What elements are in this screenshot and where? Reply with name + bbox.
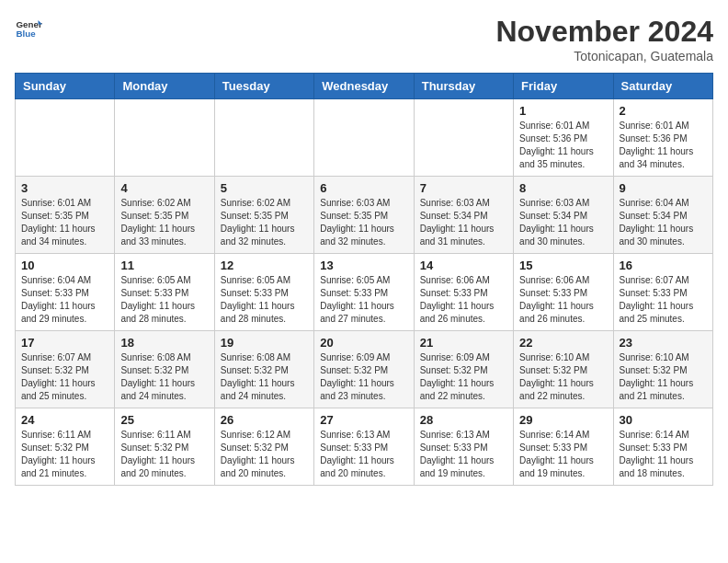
weekday-header-saturday: Saturday [613, 74, 712, 99]
calendar-cell: 24Sunrise: 6:11 AMSunset: 5:32 PMDayligh… [16, 408, 115, 486]
weekday-header-sunday: Sunday [16, 74, 115, 99]
calendar-cell: 22Sunrise: 6:10 AMSunset: 5:32 PMDayligh… [514, 331, 613, 408]
title-block: November 2024 Totonicapan, Guatemala [495, 15, 713, 63]
calendar-cell: 20Sunrise: 6:09 AMSunset: 5:32 PMDayligh… [314, 331, 414, 408]
day-number: 25 [120, 413, 208, 427]
day-number: 16 [620, 259, 707, 272]
day-info: Sunrise: 6:13 AMSunset: 5:33 PMDaylight:… [320, 429, 407, 480]
day-info: Sunrise: 6:13 AMSunset: 5:33 PMDaylight:… [420, 429, 507, 480]
logo: General Blue [15, 15, 42, 42]
calendar-cell: 21Sunrise: 6:09 AMSunset: 5:32 PMDayligh… [414, 331, 513, 408]
calendar: SundayMondayTuesdayWednesdayThursdayFrid… [15, 73, 713, 486]
day-info: Sunrise: 6:06 AMSunset: 5:33 PMDaylight:… [519, 274, 607, 326]
calendar-cell [115, 99, 214, 177]
day-number: 29 [519, 413, 607, 427]
logo-icon: General Blue [15, 15, 42, 42]
day-number: 1 [519, 104, 607, 118]
calendar-cell: 13Sunrise: 6:05 AMSunset: 5:33 PMDayligh… [314, 254, 414, 331]
calendar-cell [314, 99, 414, 177]
week-row-3: 10Sunrise: 6:04 AMSunset: 5:33 PMDayligh… [16, 254, 713, 331]
day-number: 21 [420, 336, 507, 350]
day-number: 7 [420, 181, 507, 195]
day-info: Sunrise: 6:05 AMSunset: 5:33 PMDaylight:… [221, 274, 308, 326]
calendar-cell: 8Sunrise: 6:03 AMSunset: 5:34 PMDaylight… [514, 177, 613, 254]
calendar-cell: 9Sunrise: 6:04 AMSunset: 5:34 PMDaylight… [613, 177, 712, 254]
calendar-cell: 23Sunrise: 6:10 AMSunset: 5:32 PMDayligh… [613, 331, 712, 408]
weekday-header-wednesday: Wednesday [314, 74, 414, 99]
calendar-cell [16, 99, 115, 177]
day-info: Sunrise: 6:14 AMSunset: 5:33 PMDaylight:… [519, 429, 607, 480]
day-info: Sunrise: 6:10 AMSunset: 5:32 PMDaylight:… [519, 351, 607, 403]
calendar-cell: 26Sunrise: 6:12 AMSunset: 5:32 PMDayligh… [214, 408, 313, 486]
day-info: Sunrise: 6:01 AMSunset: 5:35 PMDaylight:… [21, 197, 108, 248]
day-info: Sunrise: 6:11 AMSunset: 5:32 PMDaylight:… [21, 429, 108, 480]
day-info: Sunrise: 6:09 AMSunset: 5:32 PMDaylight:… [320, 351, 407, 403]
day-number: 26 [221, 413, 308, 427]
day-number: 3 [21, 181, 108, 195]
page-header: General Blue November 2024 Totonicapan, … [15, 15, 713, 63]
calendar-cell: 1Sunrise: 6:01 AMSunset: 5:36 PMDaylight… [514, 99, 613, 177]
day-info: Sunrise: 6:14 AMSunset: 5:33 PMDaylight:… [620, 429, 707, 480]
day-number: 10 [21, 259, 108, 272]
calendar-cell [214, 99, 313, 177]
calendar-cell: 6Sunrise: 6:03 AMSunset: 5:35 PMDaylight… [314, 177, 414, 254]
day-number: 28 [420, 413, 507, 427]
day-info: Sunrise: 6:03 AMSunset: 5:34 PMDaylight:… [420, 197, 507, 248]
day-number: 8 [519, 181, 607, 195]
day-number: 11 [120, 259, 208, 272]
week-row-2: 3Sunrise: 6:01 AMSunset: 5:35 PMDaylight… [16, 177, 713, 254]
day-number: 4 [120, 181, 208, 195]
day-number: 23 [620, 336, 707, 350]
calendar-cell: 29Sunrise: 6:14 AMSunset: 5:33 PMDayligh… [514, 408, 613, 486]
day-number: 2 [620, 104, 707, 118]
day-number: 18 [120, 336, 208, 350]
calendar-cell: 14Sunrise: 6:06 AMSunset: 5:33 PMDayligh… [414, 254, 513, 331]
weekday-header-thursday: Thursday [414, 74, 513, 99]
day-number: 22 [519, 336, 607, 350]
calendar-cell: 5Sunrise: 6:02 AMSunset: 5:35 PMDaylight… [214, 177, 313, 254]
day-info: Sunrise: 6:02 AMSunset: 5:35 PMDaylight:… [120, 197, 208, 248]
day-number: 14 [420, 259, 507, 272]
day-number: 5 [221, 181, 308, 195]
weekday-header-monday: Monday [115, 74, 214, 99]
day-number: 19 [221, 336, 308, 350]
day-info: Sunrise: 6:03 AMSunset: 5:35 PMDaylight:… [320, 197, 407, 248]
calendar-cell: 4Sunrise: 6:02 AMSunset: 5:35 PMDaylight… [115, 177, 214, 254]
calendar-cell: 15Sunrise: 6:06 AMSunset: 5:33 PMDayligh… [514, 254, 613, 331]
day-info: Sunrise: 6:01 AMSunset: 5:36 PMDaylight:… [620, 120, 707, 171]
calendar-cell: 30Sunrise: 6:14 AMSunset: 5:33 PMDayligh… [613, 408, 712, 486]
calendar-cell: 17Sunrise: 6:07 AMSunset: 5:32 PMDayligh… [16, 331, 115, 408]
week-row-1: 1Sunrise: 6:01 AMSunset: 5:36 PMDaylight… [16, 99, 713, 177]
day-number: 30 [620, 413, 707, 427]
week-row-5: 24Sunrise: 6:11 AMSunset: 5:32 PMDayligh… [16, 408, 713, 486]
calendar-cell [414, 99, 513, 177]
calendar-cell: 18Sunrise: 6:08 AMSunset: 5:32 PMDayligh… [115, 331, 214, 408]
day-number: 24 [21, 413, 108, 427]
calendar-cell: 27Sunrise: 6:13 AMSunset: 5:33 PMDayligh… [314, 408, 414, 486]
calendar-cell: 10Sunrise: 6:04 AMSunset: 5:33 PMDayligh… [16, 254, 115, 331]
month-title: November 2024 [495, 15, 713, 49]
day-info: Sunrise: 6:08 AMSunset: 5:32 PMDaylight:… [221, 351, 308, 403]
calendar-cell: 16Sunrise: 6:07 AMSunset: 5:33 PMDayligh… [613, 254, 712, 331]
calendar-cell: 19Sunrise: 6:08 AMSunset: 5:32 PMDayligh… [214, 331, 313, 408]
day-info: Sunrise: 6:06 AMSunset: 5:33 PMDaylight:… [420, 274, 507, 326]
svg-text:Blue: Blue [17, 29, 37, 39]
day-number: 6 [320, 181, 407, 195]
day-number: 20 [320, 336, 407, 350]
calendar-cell: 25Sunrise: 6:11 AMSunset: 5:32 PMDayligh… [115, 408, 214, 486]
weekday-header-friday: Friday [514, 74, 613, 99]
day-info: Sunrise: 6:07 AMSunset: 5:32 PMDaylight:… [21, 351, 108, 403]
day-info: Sunrise: 6:04 AMSunset: 5:34 PMDaylight:… [620, 197, 707, 248]
calendar-cell: 12Sunrise: 6:05 AMSunset: 5:33 PMDayligh… [214, 254, 313, 331]
day-number: 9 [620, 181, 707, 195]
weekday-header-row: SundayMondayTuesdayWednesdayThursdayFrid… [16, 74, 713, 99]
day-number: 17 [21, 336, 108, 350]
calendar-cell: 3Sunrise: 6:01 AMSunset: 5:35 PMDaylight… [16, 177, 115, 254]
day-number: 12 [221, 259, 308, 272]
day-info: Sunrise: 6:01 AMSunset: 5:36 PMDaylight:… [519, 120, 607, 171]
day-info: Sunrise: 6:05 AMSunset: 5:33 PMDaylight:… [120, 274, 208, 326]
day-info: Sunrise: 6:09 AMSunset: 5:32 PMDaylight:… [420, 351, 507, 403]
day-info: Sunrise: 6:12 AMSunset: 5:32 PMDaylight:… [221, 429, 308, 480]
day-number: 27 [320, 413, 407, 427]
calendar-cell: 11Sunrise: 6:05 AMSunset: 5:33 PMDayligh… [115, 254, 214, 331]
